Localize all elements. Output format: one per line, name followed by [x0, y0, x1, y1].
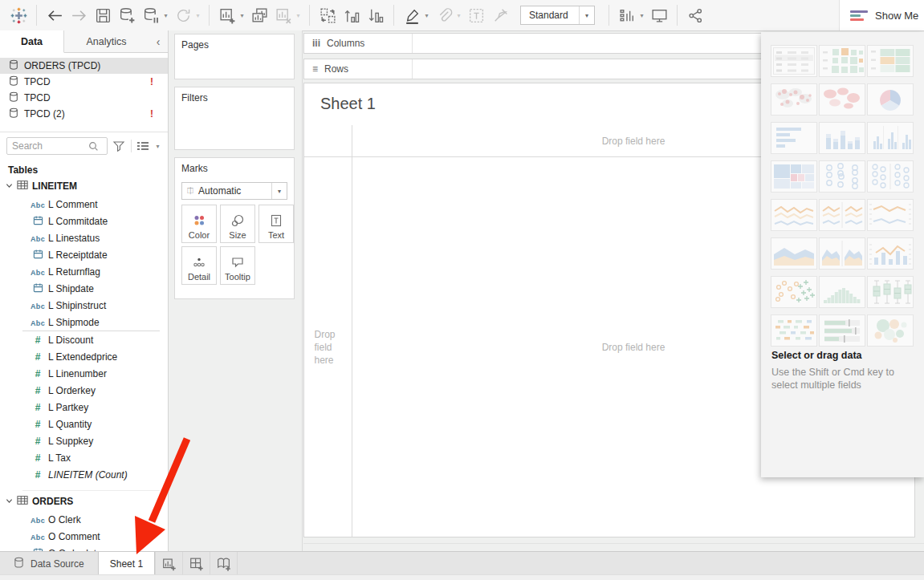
- datasource-item[interactable]: TPCD!: [0, 74, 168, 90]
- new-worksheet-button[interactable]: [156, 552, 183, 575]
- tab-data[interactable]: Data: [0, 30, 64, 53]
- data-pane-tabs: Data Analytics ‹: [0, 30, 168, 53]
- field-item[interactable]: # L Linenumber: [0, 365, 168, 382]
- mark-button-detail[interactable]: Detail: [181, 246, 217, 285]
- duplicate-button[interactable]: [247, 3, 271, 27]
- show-mark-labels-button[interactable]: [615, 3, 639, 27]
- field-item[interactable]: L Commitdate: [0, 213, 168, 229]
- field-label: L Shipmode: [48, 317, 100, 328]
- tableau-logo-button[interactable]: [6, 3, 31, 27]
- new-data-source-button[interactable]: [115, 3, 139, 27]
- show-me-pie-chart-thumbnail: [867, 83, 914, 116]
- field-item[interactable]: # L Extendedprice: [0, 348, 168, 365]
- text-icon: [269, 214, 283, 230]
- new-story-button[interactable]: [210, 552, 238, 575]
- text-annotation-button: [464, 3, 488, 27]
- field-item[interactable]: # L Quantity: [0, 416, 168, 432]
- number-field-icon: #: [27, 385, 48, 396]
- sheet-title: Sheet 1: [320, 95, 376, 113]
- chevron-down-icon: ▾: [271, 183, 287, 199]
- field-item[interactable]: L Shipdate: [0, 280, 168, 297]
- field-label: L Comment: [48, 199, 98, 210]
- field-label: L Linestatus: [48, 233, 100, 244]
- view-options-icon[interactable]: [136, 140, 151, 152]
- filters-shelf[interactable]: Filters: [174, 87, 295, 150]
- show-mark-labels-caret-icon[interactable]: ▾: [638, 12, 645, 19]
- highlight-button[interactable]: [400, 3, 424, 27]
- datasource-item[interactable]: TPCD (2)!: [0, 106, 168, 122]
- datasource-label: TPCD: [24, 92, 51, 103]
- field-item[interactable]: # LINEITEM (Count): [0, 466, 168, 483]
- pause-auto-updates-button[interactable]: [139, 3, 163, 27]
- new-worksheet-button[interactable]: [215, 3, 239, 27]
- view-options-caret-icon[interactable]: ▾: [154, 143, 161, 150]
- table-group-orders[interactable]: ORDERS: [0, 491, 168, 511]
- field-item[interactable]: # L Tax: [0, 449, 168, 466]
- field-item[interactable]: Abc L Returnflag: [0, 263, 168, 280]
- toolbar-divider: [209, 5, 210, 26]
- tab-analytics[interactable]: Analytics: [64, 30, 149, 53]
- datasource-cylinder-icon: [9, 91, 18, 105]
- tab-sheet-1[interactable]: Sheet 1: [98, 552, 155, 575]
- field-item[interactable]: L Receiptdate: [0, 246, 168, 263]
- field-item[interactable]: Abc L Comment: [0, 196, 168, 213]
- pause-auto-updates-caret-icon[interactable]: ▾: [162, 12, 169, 19]
- redo-button: [67, 3, 91, 27]
- field-item[interactable]: # L Partkey: [0, 399, 168, 416]
- show-me-discrete-lines-thumbnail: [819, 199, 865, 231]
- field-label: L Commitdate: [48, 216, 108, 227]
- show-me-histogram-thumbnail: [819, 276, 865, 308]
- divider: [303, 543, 924, 544]
- datasource-item[interactable]: TPCD: [0, 90, 168, 106]
- show-me-continuous-lines-thumbnail: [771, 199, 817, 231]
- field-item[interactable]: Abc L Shipinstruct: [0, 297, 168, 314]
- divider: [131, 140, 132, 152]
- swap-rows-columns-button[interactable]: [315, 3, 340, 27]
- datasource-label: TPCD: [24, 76, 51, 87]
- table-group-lineitem[interactable]: LINEITEM: [0, 176, 168, 196]
- new-dashboard-button[interactable]: [183, 552, 210, 575]
- mark-button-color[interactable]: Color: [181, 205, 217, 243]
- show-me-button[interactable]: Show Me: [839, 0, 924, 30]
- filters-label: Filters: [175, 87, 294, 103]
- undo-button[interactable]: [43, 3, 67, 27]
- mark-type-dropdown[interactable]: ⎅ Automatic ▾: [181, 182, 287, 200]
- drop-zone-left[interactable]: Drop field here: [304, 157, 352, 537]
- tab-data-source[interactable]: Data Source: [0, 552, 98, 575]
- highlight-caret-icon[interactable]: ▾: [423, 12, 430, 19]
- mark-button-size[interactable]: Size: [220, 205, 255, 243]
- field-item[interactable]: Abc O Clerk: [0, 511, 168, 528]
- string-field-icon: Abc: [27, 531, 48, 542]
- field-item[interactable]: Abc O Comment: [0, 528, 168, 545]
- search-input[interactable]: Search: [6, 137, 108, 155]
- number-field-icon: #: [27, 368, 48, 379]
- mark-button-tooltip[interactable]: Tooltip: [220, 246, 255, 285]
- show-me-panel: Select or drag data Use the Shift or Cmd…: [761, 32, 924, 477]
- rows-icon: ≡: [312, 63, 318, 75]
- field-item[interactable]: Abc L Linestatus: [0, 229, 168, 246]
- new-worksheet-caret-icon[interactable]: ▾: [238, 12, 246, 19]
- number-field-icon: #: [27, 469, 48, 481]
- mark-button-text[interactable]: Text: [258, 205, 294, 243]
- view-mode-select[interactable]: Standard▾: [520, 6, 595, 25]
- field-item[interactable]: # L Orderkey: [0, 382, 168, 399]
- sort-descending-button[interactable]: [364, 3, 388, 27]
- mark-type-icon: ⎅: [182, 186, 198, 196]
- marks-card: Marks ⎅ Automatic ▾ Color Size Text Deta…: [174, 157, 295, 299]
- presentation-mode-button[interactable]: [647, 3, 671, 27]
- save-button[interactable]: [91, 3, 115, 27]
- filter-fields-icon[interactable]: [112, 140, 127, 152]
- field-item[interactable]: # L Discount: [0, 331, 168, 348]
- pages-shelf[interactable]: Pages: [174, 34, 295, 79]
- field-label: L Shipdate: [48, 283, 94, 294]
- datasource-item[interactable]: ORDERS (TPCD): [0, 58, 168, 74]
- collapse-pane-icon[interactable]: ‹: [149, 30, 168, 53]
- share-button[interactable]: [683, 3, 707, 27]
- attach-caret-icon: ▾: [455, 12, 462, 19]
- field-item[interactable]: Abc L Shipmode: [0, 314, 168, 331]
- search-placeholder: Search: [12, 140, 43, 152]
- sort-ascending-button[interactable]: [340, 3, 364, 27]
- columns-label: Columns: [327, 38, 364, 49]
- field-item[interactable]: # L Suppkey: [0, 432, 168, 449]
- rows-label: Rows: [324, 63, 348, 75]
